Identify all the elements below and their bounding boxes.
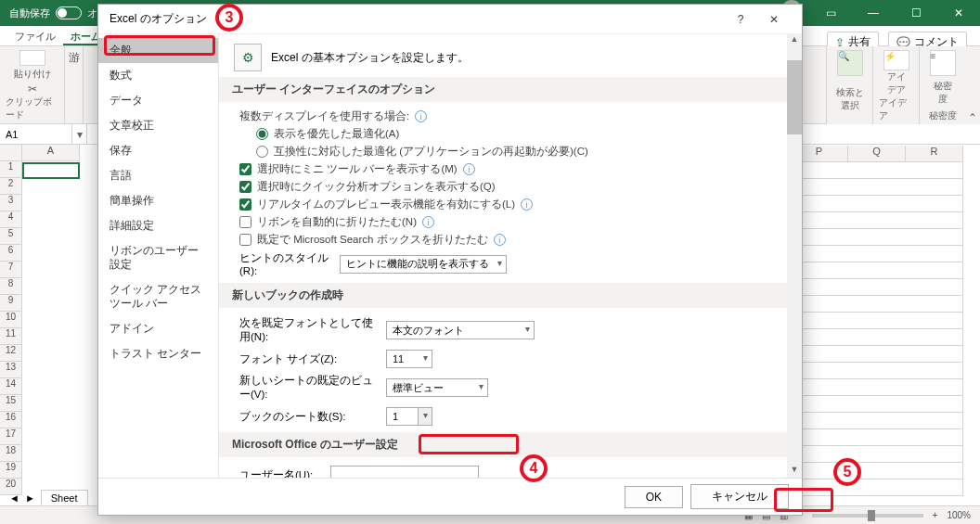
check-collapse-ribbon[interactable]: リボンを自動的に折りたたむ(N) (239, 215, 417, 229)
check-quick-analysis[interactable]: 選択時にクイック分析オプションを表示する(Q) (239, 180, 496, 194)
cell[interactable] (792, 429, 963, 446)
row-header[interactable]: 11 (0, 328, 22, 345)
check-mini-toolbar[interactable]: 選択時にミニ ツール バーを表示する(M) (239, 162, 458, 176)
row-header[interactable]: 2 (0, 178, 22, 195)
cell[interactable] (792, 463, 963, 479)
sheet-count-spinner[interactable]: 1 (386, 407, 432, 426)
ok-button[interactable]: OK (625, 486, 683, 508)
cell[interactable] (792, 479, 963, 496)
nav-item-5[interactable]: 言語 (98, 163, 218, 188)
cell[interactable] (792, 329, 963, 346)
row-header[interactable]: 19 (0, 462, 22, 479)
row-header[interactable]: 18 (0, 445, 22, 462)
autosave-switch[interactable] (56, 6, 82, 19)
cancel-button[interactable]: キャンセル (690, 484, 789, 509)
nav-item-2[interactable]: データ (98, 88, 218, 113)
nav-item-3[interactable]: 文章校正 (98, 113, 218, 138)
cell[interactable] (792, 162, 963, 179)
row-header[interactable]: 1 (0, 161, 22, 178)
dialog-help-icon[interactable]: ? (724, 5, 757, 34)
sheet-tab[interactable]: Sheet (41, 490, 88, 505)
sensitivity-icon[interactable]: ≡ (930, 50, 956, 76)
scroll-up-icon[interactable]: ▲ (787, 34, 802, 47)
info-icon[interactable]: i (422, 216, 434, 228)
cut-icon[interactable]: ✂ (28, 83, 37, 96)
row-header[interactable]: 7 (0, 262, 22, 278)
ribbon-display-icon[interactable]: ▭ (809, 0, 852, 26)
row-header[interactable]: 12 (0, 345, 22, 362)
row-header[interactable]: 10 (0, 312, 22, 328)
ideas-icon[interactable]: ⚡ (883, 50, 909, 70)
zoom-level[interactable]: 100% (947, 510, 971, 520)
username-input[interactable] (330, 466, 479, 478)
row-header[interactable]: 4 (0, 211, 22, 228)
info-icon[interactable]: i (463, 163, 475, 175)
col-header[interactable]: A (22, 145, 80, 161)
font-overflow-icon[interactable]: 游 (69, 50, 80, 66)
tab-file[interactable]: ファイル (7, 26, 63, 45)
check-collapse-search[interactable]: 既定で Microsoft Search ボックスを折りたたむ (239, 233, 488, 247)
row-header[interactable]: 9 (0, 295, 22, 312)
default-view-select[interactable]: 標準ビュー (386, 378, 488, 397)
cell[interactable] (792, 262, 963, 279)
radio-display-optimized[interactable]: 表示を優先した最適化(A) (256, 127, 399, 141)
row-header[interactable]: 16 (0, 412, 22, 428)
scroll-thumb[interactable] (787, 60, 802, 134)
nav-item-1[interactable]: 数式 (98, 63, 218, 88)
sheet-nav-prev-icon[interactable]: ◄ (9, 492, 19, 504)
col-header[interactable]: Q (848, 146, 906, 162)
scroll-down-icon[interactable]: ▼ (787, 465, 802, 478)
maximize-icon[interactable]: ☐ (895, 0, 937, 26)
nav-item-8[interactable]: リボンのユーザー設定 (98, 238, 218, 277)
nav-item-7[interactable]: 詳細設定 (98, 213, 218, 238)
hint-style-select[interactable]: ヒントに機能の説明を表示する (340, 255, 507, 274)
check-live-preview[interactable]: リアルタイムのプレビュー表示機能を有効にする(L) (239, 198, 515, 211)
row-header[interactable]: 8 (0, 278, 22, 295)
radio-compat-optimized[interactable]: 互換性に対応した最適化 (アプリケーションの再起動が必要)(C) (256, 145, 588, 159)
info-icon[interactable]: i (415, 110, 427, 122)
cell[interactable] (792, 446, 963, 463)
row-header[interactable]: 14 (0, 378, 22, 395)
paste-icon[interactable] (19, 50, 45, 66)
cell[interactable] (792, 396, 963, 413)
sheet-nav-next-icon[interactable]: ► (25, 492, 35, 504)
row-header[interactable]: 5 (0, 228, 22, 245)
cell[interactable] (792, 246, 963, 262)
info-icon[interactable]: i (494, 234, 506, 246)
close-icon[interactable]: ✕ (937, 0, 980, 26)
find-select-icon[interactable]: 🔍 (837, 50, 863, 76)
zoom-slider[interactable] (812, 514, 923, 518)
info-icon[interactable]: i (521, 198, 533, 211)
cell[interactable] (792, 346, 963, 363)
cell[interactable] (792, 413, 963, 429)
row-header[interactable]: 13 (0, 362, 22, 378)
nav-item-10[interactable]: アドイン (98, 316, 218, 341)
dialog-scrollbar[interactable]: ▲ ▼ (787, 34, 802, 478)
font-size-select[interactable]: 11 (386, 350, 432, 368)
cell[interactable] (792, 363, 963, 379)
zoom-in-icon[interactable]: + (933, 510, 938, 520)
name-box[interactable] (0, 124, 72, 144)
cell[interactable] (792, 313, 963, 329)
cell[interactable] (792, 179, 963, 196)
row-header[interactable]: 6 (0, 245, 22, 262)
cell-A1[interactable] (22, 162, 80, 179)
default-font-select[interactable]: 本文のフォント (386, 321, 535, 339)
row-header[interactable]: 3 (0, 195, 22, 211)
nav-item-6[interactable]: 簡単操作 (98, 188, 218, 213)
dialog-close-icon[interactable]: ✕ (757, 5, 791, 34)
cell[interactable] (792, 279, 963, 296)
cell[interactable] (792, 229, 963, 246)
nav-item-4[interactable]: 保存 (98, 138, 218, 163)
cell[interactable] (792, 212, 963, 229)
name-box-dropdown-icon[interactable]: ▾ (72, 124, 87, 144)
nav-item-0[interactable]: 全般 (98, 38, 218, 63)
col-header[interactable]: R (906, 146, 963, 162)
minimize-icon[interactable]: — (852, 0, 895, 26)
nav-item-11[interactable]: トラスト センター (98, 341, 218, 366)
cell[interactable] (792, 379, 963, 396)
row-header[interactable]: 17 (0, 428, 22, 445)
nav-item-9[interactable]: クイック アクセス ツール バー (98, 277, 218, 316)
row-header[interactable]: 15 (0, 395, 22, 412)
cell[interactable] (792, 296, 963, 313)
